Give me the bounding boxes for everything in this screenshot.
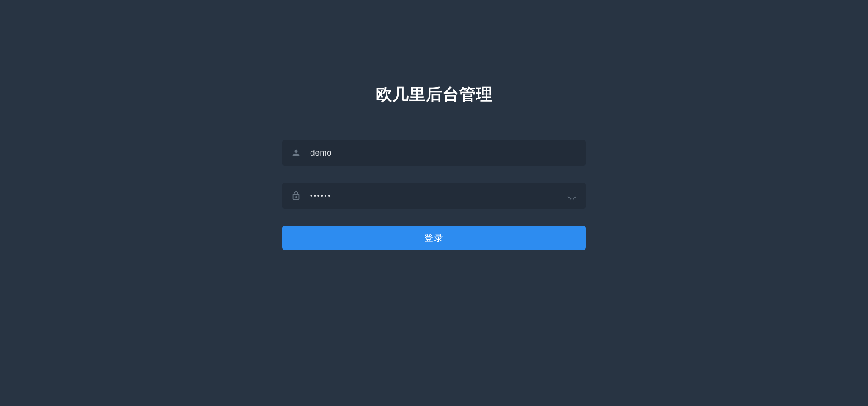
login-button[interactable]: 登录 bbox=[282, 226, 586, 250]
user-icon bbox=[291, 148, 301, 158]
password-field-wrapper bbox=[282, 183, 586, 209]
username-field-wrapper bbox=[282, 140, 586, 166]
eye-closed-icon[interactable] bbox=[567, 191, 577, 201]
lock-icon bbox=[291, 191, 301, 201]
svg-line-1 bbox=[570, 198, 571, 200]
page-title: 欧几里后台管理 bbox=[376, 84, 493, 106]
svg-line-3 bbox=[575, 198, 576, 198]
login-form: 欧几里后台管理 登录 bbox=[282, 84, 586, 250]
svg-line-2 bbox=[573, 198, 574, 200]
svg-line-0 bbox=[568, 198, 568, 198]
password-input[interactable] bbox=[310, 192, 567, 199]
username-input[interactable] bbox=[310, 148, 577, 158]
